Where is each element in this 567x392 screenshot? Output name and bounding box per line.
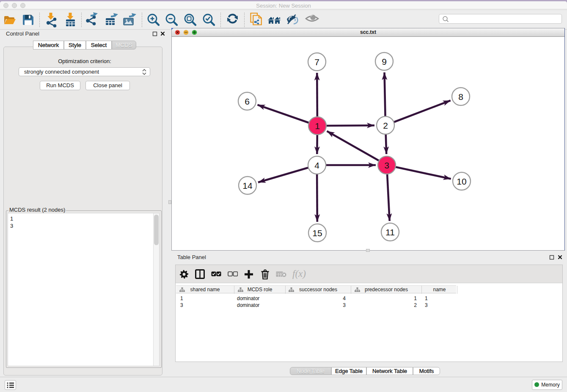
- svg-text:14: 14: [242, 181, 253, 190]
- svg-text:11: 11: [385, 227, 395, 237]
- svg-text:2: 2: [383, 121, 388, 130]
- svg-text:6: 6: [245, 97, 250, 106]
- svg-text:4: 4: [314, 160, 319, 170]
- svg-text:3: 3: [384, 160, 389, 170]
- svg-text:9: 9: [382, 57, 387, 66]
- svg-text:10: 10: [457, 177, 466, 186]
- svg-text:1: 1: [315, 121, 320, 131]
- svg-text:7: 7: [314, 57, 319, 67]
- svg-text:8: 8: [458, 92, 463, 102]
- svg-text:15: 15: [312, 228, 322, 238]
